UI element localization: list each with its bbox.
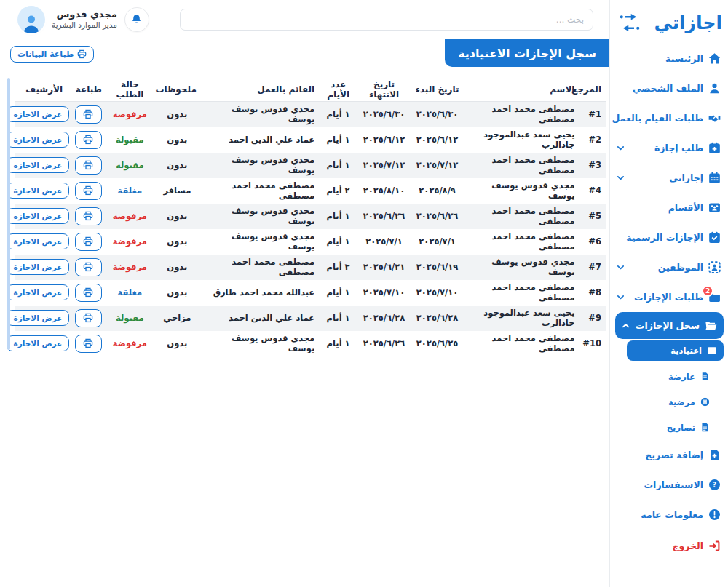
cell-ref: #9 xyxy=(579,306,606,331)
cell-start-date: ٢٠٢٥/٦/٢٥ xyxy=(411,331,464,354)
sidebar-item-work-duty-requests[interactable]: طلبات القيام بالعمل xyxy=(610,103,728,133)
sidebar-item-official-holidays[interactable]: الإجازات الرسمية xyxy=(610,223,728,252)
sidebar-item-label: الملف الشخصي xyxy=(633,83,703,94)
cell-status: مقبولة xyxy=(106,127,154,153)
printer-icon xyxy=(83,338,93,348)
print-row-button[interactable] xyxy=(75,182,102,200)
view-leave-button[interactable]: عرض الاجازة xyxy=(7,259,69,275)
cell-print xyxy=(74,229,106,255)
print-row-button[interactable] xyxy=(75,258,102,276)
card-icon xyxy=(707,346,717,356)
sidebar-item-my-leaves[interactable]: إجازاتي xyxy=(610,163,728,193)
calendar-icon xyxy=(708,172,721,184)
view-leave-button[interactable]: عرض الاجازة xyxy=(7,157,69,173)
cell-days: ١ أيام xyxy=(319,102,357,127)
table-row: #5مصطفى محمد احمد مصطفى٢٠٢٥/٦/٢٦٢٠٢٥/٦/٢… xyxy=(15,204,606,229)
column-header-archive: الأرشيف xyxy=(15,78,74,102)
cell-status: مرفوضة xyxy=(106,229,154,255)
sidebar-item-leave-requests[interactable]: 2طلبات الإجازات xyxy=(610,282,728,312)
cell-ref: #4 xyxy=(579,178,606,204)
cell-end-date: ٢٠٢٥/٨/١٠ xyxy=(357,178,411,204)
sidebar-item-label: طلبات الإجازات xyxy=(634,292,703,303)
print-row-button[interactable] xyxy=(75,131,102,149)
cell-archive: عرض الاجازة xyxy=(15,127,74,153)
view-leave-button[interactable]: عرض الاجازة xyxy=(7,284,69,300)
sidebar-item-label: الاستفسارات xyxy=(644,479,703,490)
sidebar-item-profile[interactable]: الملف الشخصي xyxy=(610,73,728,103)
print-row-button[interactable] xyxy=(75,309,102,327)
cell-days: ٢ أيام xyxy=(319,178,357,204)
sidebar-item-add-permit[interactable]: إضافة تصريح xyxy=(610,440,728,470)
view-leave-button[interactable]: عرض الاجازة xyxy=(7,132,69,148)
view-leave-button[interactable]: عرض الاجازة xyxy=(7,233,69,249)
print-row-button[interactable] xyxy=(75,233,102,251)
cell-name: مجدي قدوس يوسف يوسف xyxy=(464,178,579,204)
sidebar-item-label: سجل الإجازات xyxy=(636,320,700,331)
printer-icon xyxy=(77,49,87,59)
sidebar-item-sick[interactable]: مرضية xyxy=(610,389,728,415)
departments-icon xyxy=(708,201,721,214)
folder-open-icon xyxy=(705,319,717,332)
sidebar-item-general-info[interactable]: معلومات عامة xyxy=(610,500,728,530)
column-header-days: عدد الأيام xyxy=(319,78,357,102)
sidebar-item-leave-record[interactable]: سجل الإجازات xyxy=(615,312,724,339)
sidebar-item-label: الأقسام xyxy=(668,202,703,213)
sidebar-item-logout[interactable]: الخروج xyxy=(610,531,728,561)
table-row: #4مجدي قدوس يوسف يوسف٢٠٢٥/٨/٩٢٠٢٥/٨/١٠٢ … xyxy=(15,178,606,204)
view-leave-button[interactable]: عرض الاجازة xyxy=(7,310,69,326)
cell-start-date: ٢٠٢٥/٦/١٩ xyxy=(411,255,464,280)
view-leave-button[interactable]: عرض الاجازة xyxy=(7,335,69,351)
view-leave-button[interactable]: عرض الاجازة xyxy=(7,208,69,224)
cell-notes: مسافر xyxy=(154,178,201,204)
print-row-button[interactable] xyxy=(75,335,102,353)
view-leave-button[interactable]: عرض الاجازة xyxy=(7,183,69,199)
printer-icon xyxy=(83,262,93,272)
sidebar-item-home[interactable]: الرئيسية xyxy=(610,44,728,73)
chevron-up-icon xyxy=(621,321,630,330)
table-row: #8مصطفى محمد احمد مصطفى٢٠٢٥/٧/١٠٢٠٢٥/٧/١… xyxy=(15,280,606,306)
chevron-down-icon xyxy=(616,143,625,153)
table-row: #10مصطفى محمد احمد مصطفى٢٠٢٥/٦/٢٥٢٠٢٥/٦/… xyxy=(15,331,606,354)
sidebar-item-ordinary[interactable]: اعتيادية xyxy=(627,340,724,361)
view-leave-button[interactable]: عرض الاجازة xyxy=(7,106,69,122)
user-text: مجدي قدوس مدير الموارد البشرية xyxy=(52,9,117,30)
cell-end-date: ٢٠٢٥/٧/١ xyxy=(357,229,411,255)
sidebar-item-departments[interactable]: الأقسام xyxy=(610,193,728,223)
cell-notes: مزاجي xyxy=(154,306,201,331)
cell-days: ١ أيام xyxy=(319,331,357,354)
casual-icon xyxy=(700,372,710,381)
home-icon xyxy=(708,52,721,65)
cell-name: مصطفى محمد احمد مصطفى xyxy=(464,102,579,127)
print-row-button[interactable] xyxy=(75,284,102,302)
cell-days: ١ أيام xyxy=(319,127,357,153)
print-row-button[interactable] xyxy=(75,156,102,175)
cell-start-date: ٢٠٢٥/٨/٩ xyxy=(411,178,464,204)
printer-icon xyxy=(83,211,93,221)
print-row-button[interactable] xyxy=(75,207,102,225)
sidebar-item-permits[interactable]: تصاريح xyxy=(610,415,728,440)
brand: اجازاتي xyxy=(610,7,728,44)
sidebar-item-employees[interactable]: الموظفين xyxy=(610,252,728,282)
table-scrollbar[interactable] xyxy=(7,78,10,350)
user-block[interactable]: مجدي قدوس مدير الموارد البشرية xyxy=(17,6,117,33)
cell-end-date: ٢٠٢٥/٦/٢١ xyxy=(357,255,411,280)
sidebar-item-leave-request[interactable]: طلب إجازة xyxy=(610,133,728,163)
official-calendar-icon xyxy=(708,231,721,244)
brand-title: اجازاتي xyxy=(654,14,722,32)
sidebar-item-casual[interactable]: عارضة xyxy=(610,364,728,389)
notifications-button[interactable] xyxy=(124,7,149,32)
sidebar-item-label: طلب إجازة xyxy=(654,143,703,153)
printer-icon xyxy=(83,313,93,323)
cell-status: مرفوضة xyxy=(106,102,154,127)
sidebar-item-label: الإجازات الرسمية xyxy=(626,232,703,243)
sidebar-item-label: مرضية xyxy=(668,397,695,407)
cell-days: ١ أيام xyxy=(319,229,357,255)
print-data-button[interactable]: طباعة البيانات xyxy=(10,46,94,63)
column-header-end-date: تاريخ الانتهاء xyxy=(357,78,411,102)
cell-notes: بدون xyxy=(154,153,201,178)
search-input[interactable] xyxy=(180,9,593,31)
printer-icon xyxy=(83,236,93,247)
cell-archive: عرض الاجازة xyxy=(15,229,74,255)
print-row-button[interactable] xyxy=(75,105,102,124)
sidebar-item-inquiries[interactable]: ?الاستفسارات xyxy=(610,470,728,500)
